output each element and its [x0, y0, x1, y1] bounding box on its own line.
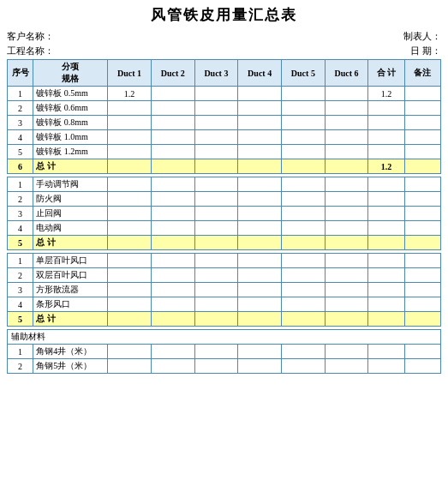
table-row: 3镀锌板 0.8mm	[8, 116, 441, 130]
col-duct3: Duct 3	[194, 60, 238, 87]
col-subtype: 分项 规格	[33, 60, 108, 87]
table-header: 序号 分项 规格 Duct 1 Duct 2 Duct 3 Duct 4 Duc…	[8, 60, 441, 87]
meta-row-2: 工程名称： 日 期：	[7, 45, 441, 57]
maker-label: 制表人：	[403, 30, 441, 43]
col-duct4: Duct 4	[238, 60, 282, 87]
section-header-row: 辅助材料	[8, 330, 441, 345]
table-row: 1手动调节阀	[8, 177, 441, 192]
table-row: 5总 计	[8, 312, 441, 327]
table-row: 2镀锌板 0.6mm	[8, 101, 441, 116]
col-duct5: Duct 5	[282, 60, 326, 87]
col-total: 合 计	[368, 60, 404, 87]
table-row: 6总 计1.2	[8, 159, 441, 174]
table-row: 2双层百叶风口	[8, 268, 441, 283]
page-title: 风管铁皮用量汇总表	[7, 5, 441, 25]
col-duct6: Duct 6	[325, 60, 368, 87]
table-row: 1角钢4井（米）	[8, 345, 441, 359]
table-row: 1镀锌板 0.5mm1.21.2	[8, 87, 441, 101]
meta-row-1: 客户名称： 制表人：	[7, 30, 441, 43]
project-label: 工程名称：	[7, 45, 54, 57]
table-row: 3止回阀	[8, 207, 441, 221]
page: 风管铁皮用量汇总表 客户名称： 制表人： 工程名称： 日 期： 序号 分项 规格…	[0, 0, 448, 377]
col-note: 备注	[404, 60, 440, 87]
date-label: 日 期：	[410, 45, 441, 57]
table-row: 2防火阀	[8, 192, 441, 207]
col-duct1: Duct 1	[108, 60, 152, 87]
table-row: 4条形风口	[8, 297, 441, 312]
table-row: 4镀锌板 1.0mm	[8, 130, 441, 145]
main-table: 序号 分项 规格 Duct 1 Duct 2 Duct 3 Duct 4 Duc…	[7, 59, 441, 374]
table-row: 5镀锌板 1.2mm	[8, 145, 441, 159]
table-row: 2角钢5井（米）	[8, 359, 441, 374]
table-row: 4电动阀	[8, 221, 441, 236]
table-row: 1单层百叶风口	[8, 254, 441, 268]
customer-label: 客户名称：	[7, 30, 54, 43]
table-row: 5总 计	[8, 236, 441, 250]
col-duct2: Duct 2	[151, 60, 194, 87]
table-row: 3方形散流器	[8, 283, 441, 297]
col-num: 序号	[8, 60, 33, 87]
